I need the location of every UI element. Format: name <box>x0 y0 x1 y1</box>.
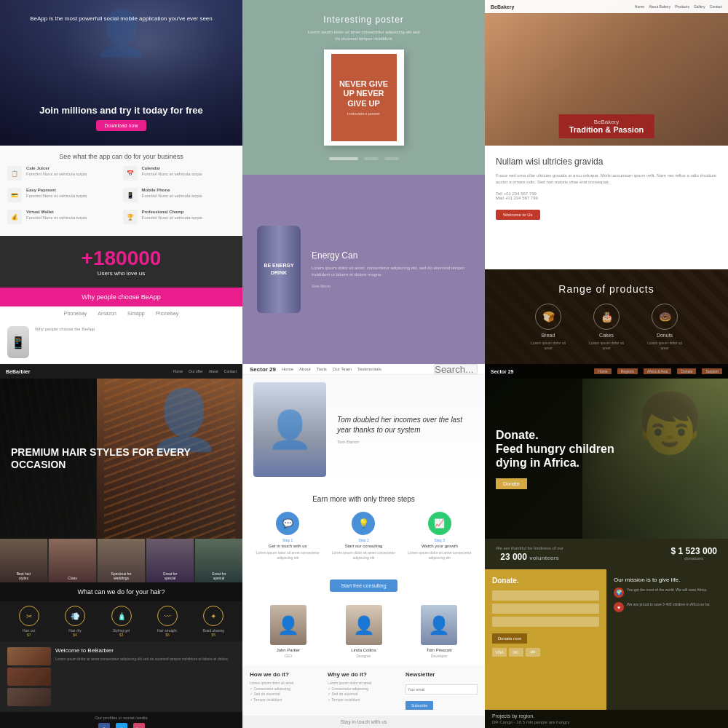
biz-nav-home[interactable]: Home <box>282 367 293 371</box>
braid-price: $5 <box>212 633 216 637</box>
facebook-icon[interactable]: f <box>98 723 110 728</box>
newsletter-email[interactable] <box>405 684 478 695</box>
charity-stats: We are thankful for kindness of our 23 0… <box>485 539 728 569</box>
straighten-icon: 〰 <box>157 606 178 626</box>
charity-nav-home[interactable]: Home <box>594 368 611 374</box>
team-section: 👤 John Parker CEO 👤 Linda Collins Design… <box>242 598 485 665</box>
twitter-icon[interactable]: t <box>116 723 127 728</box>
svc-straighten: 〰 Hair straight. $6 <box>146 606 189 637</box>
progress-bar <box>384 157 399 160</box>
form-amount-field[interactable] <box>492 617 599 627</box>
svc-hairdry: 💨 Hair dry $4 <box>53 606 96 637</box>
service-thumb-1: Best hairstyles <box>0 539 47 582</box>
tab-amazon[interactable]: Amazon <box>98 311 116 316</box>
salon-nav-offer[interactable]: Our offer <box>189 369 203 373</box>
biz-search-input[interactable] <box>434 364 478 374</box>
instagram-icon[interactable]: in <box>133 723 145 728</box>
member-name-3: Tom Prescott <box>427 648 452 652</box>
how-desc: Lorem ipsum dolor sit amet✓ Consectetur … <box>250 681 322 703</box>
charity-donate-button[interactable]: Donate <box>496 478 527 489</box>
quote-author: Tom Barton <box>337 440 474 444</box>
biz-nav-items: Home About Tools Our Team Testimonials <box>282 367 381 371</box>
charity-nav-support[interactable]: Support <box>702 368 722 374</box>
bakery-welcome-btn[interactable]: Welcome to Us <box>496 210 540 220</box>
projects-bar: Projects by region. DR Congo - 18.5 mln … <box>485 710 728 728</box>
feature-icon-2: 📅 <box>123 166 138 181</box>
range-item-cakes: 🎂 Cakes Lorem ipsum dolor sit amet <box>585 304 628 350</box>
nav-contact[interactable]: Contact <box>710 4 722 9</box>
charity-nav-africa[interactable]: Africa & Asia <box>644 368 671 374</box>
step-2: 💡 Step 2 Start our consulting Lorem ipsu… <box>329 512 397 561</box>
nav-products[interactable]: Products <box>675 4 689 9</box>
biz-nav-tools[interactable]: Tools <box>317 367 327 371</box>
stat-volunteers: We are thankful for kindness of our 23 0… <box>496 546 563 562</box>
mission-item-2: ♥ We are proud to save 3 400 children in… <box>614 602 721 612</box>
charity-nav-regions[interactable]: Regions <box>617 368 638 374</box>
steps-row: 💬 Step 1 Get in touch with us Lorem ipsu… <box>253 512 474 561</box>
service-thumb-2: Class <box>49 539 96 582</box>
nav-about[interactable]: About Bakery <box>649 4 670 9</box>
range-section: Range of products 🍞 Bread Lorem ipsum do… <box>485 269 728 364</box>
tab-phonebay[interactable]: Phonebay <box>64 311 87 316</box>
mission-col: Our mission is to give life. 🌍 You get t… <box>606 569 728 710</box>
styling-icon: 🧴 <box>111 606 132 626</box>
biz-nav-testimonials[interactable]: Testimonials <box>357 367 381 371</box>
why-bar: Why people choose BeApp <box>0 288 242 306</box>
charity-logo: Sector 29 <box>491 369 514 374</box>
service-thumb-3: Specious forweddings <box>98 539 145 582</box>
beapp-headline: BeApp is the most powerfull social mobil… <box>22 15 221 23</box>
quote-text: Tom doubled her incomes over the last ye… <box>337 415 474 435</box>
cta-row: Start free consulting <box>242 571 485 598</box>
bakery-nav: BeBakery Home About Bakery Products Gall… <box>485 0 728 13</box>
biz-nav-team[interactable]: Our Team <box>333 367 352 371</box>
team-member-3: 👤 Tom Prescott Developer <box>404 605 474 658</box>
hairdry-icon: 💨 <box>65 606 85 626</box>
form-email-field[interactable] <box>492 604 599 614</box>
poster-title: Interesting poster <box>323 15 404 25</box>
welcome-thumbs <box>7 647 51 706</box>
bakery-panel: BeBakery Home About Bakery Products Gall… <box>485 0 728 364</box>
step-1-label: Get in touch with us <box>269 544 307 548</box>
nav-gallery[interactable]: Gallery <box>694 4 705 9</box>
cakes-desc: Lorem ipsum dolor sit amet <box>585 341 628 350</box>
mission-text-1: You get the most of the world. We will s… <box>627 587 707 593</box>
why-title: Why we do it? <box>328 671 400 678</box>
feature-text-3: Easy PaymentFunctiol Nunc et vehicula tu… <box>26 188 87 199</box>
salon-nav-items: Home Our offer About Contact <box>173 369 237 373</box>
bakery-content-title: Nullam wisi ultricies gravida <box>496 157 717 167</box>
poster-frame-inner: NEVER GIVE UP NEVER GIVE UP motivation p… <box>331 54 397 141</box>
progress-bar <box>364 157 379 160</box>
beapp-cta: Join millions and try it today for free <box>39 105 203 116</box>
nav-home[interactable]: Home <box>635 4 644 9</box>
mission-heart-icon: ♥ <box>614 602 624 612</box>
cta-button[interactable]: Start free consulting <box>330 579 397 592</box>
services-icons: ✂ Hair cut $7 💨 Hair dry $4 🧴 Styling ge… <box>0 601 242 641</box>
welcome-section: Welcome to BeBarbier Lorem ipsum dolor s… <box>0 641 242 712</box>
tab-simapp[interactable]: Simapp <box>127 311 145 316</box>
haircut-price: $7 <box>27 633 31 637</box>
member-role-2: Designer <box>357 654 371 658</box>
welcome-title: Welcome to BeBarbier <box>55 647 235 654</box>
tab-phonebay2[interactable]: Phonebay <box>156 311 179 316</box>
service-thumb-5: Great forspecial <box>195 539 242 582</box>
salon-nav-about[interactable]: About <box>209 369 218 373</box>
biz-nav-about[interactable]: About <box>299 367 311 371</box>
newsletter-submit[interactable]: Subscribe <box>405 701 433 710</box>
charity-nav-donate[interactable]: Donate <box>677 368 696 374</box>
salon-nav-home[interactable]: Home <box>173 369 183 373</box>
step-2-num: Step 2 <box>358 538 368 542</box>
download-button[interactable]: Download now <box>96 120 147 131</box>
salon-services: Best hairstyles Class Specious forweddin… <box>0 539 242 582</box>
form-submit-button[interactable]: Donate now <box>492 633 527 644</box>
see-more-link[interactable]: See More <box>312 284 470 288</box>
straighten-price: $6 <box>165 633 170 637</box>
form-name-field[interactable] <box>492 590 599 601</box>
steps-title: Earn more with only three steps <box>253 495 474 503</box>
svc-braid: ✦ Braid sharing $5 <box>192 606 235 637</box>
stat-donations: $ 1 523 000 donations <box>671 546 717 562</box>
charity-hero: 👦 Donate. Feed hungry children dying in … <box>485 379 728 539</box>
salon-nav-contact[interactable]: Contact <box>224 369 237 373</box>
steps-section: Earn more with only three steps 💬 Step 1… <box>242 484 485 571</box>
volunteer-count: 23 000 <box>500 552 527 562</box>
stay-label: Stay in touch with us <box>250 719 478 724</box>
